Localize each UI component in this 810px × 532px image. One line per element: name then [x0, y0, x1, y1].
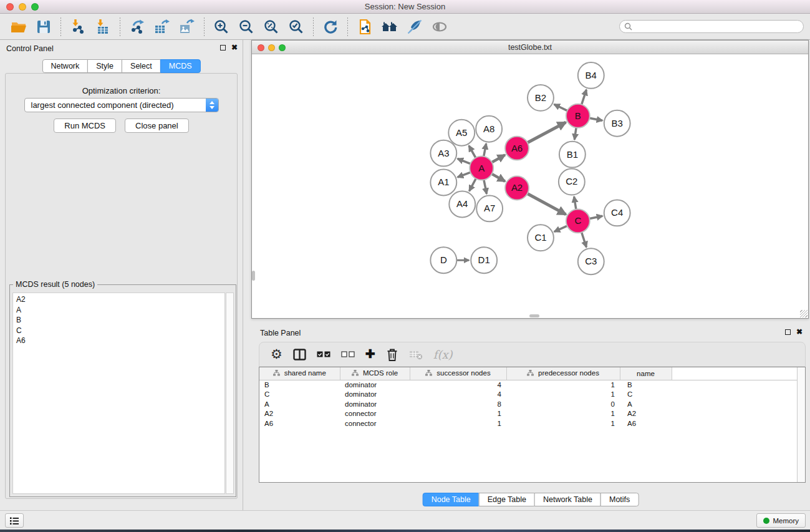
cell-MCDS-role[interactable]: dominator — [340, 380, 410, 390]
graph-edge-A-A3[interactable] — [458, 158, 472, 164]
zoom-fit-button[interactable] — [259, 16, 284, 38]
cell-predecessor-nodes[interactable]: 1 — [506, 418, 620, 428]
cell-successor-nodes[interactable]: 4 — [410, 380, 506, 390]
create-column-button[interactable]: ✚ — [365, 348, 375, 360]
cell-name[interactable]: A2 — [620, 409, 672, 419]
tab-network[interactable]: Network — [42, 59, 88, 73]
graph-node-A1[interactable]: A1 — [430, 170, 456, 196]
tab-edge-table[interactable]: Edge Table — [479, 493, 535, 506]
delete-column-button[interactable] — [386, 348, 398, 361]
cell-name[interactable]: B — [620, 380, 672, 390]
task-history-button[interactable] — [5, 513, 24, 528]
mcds-result-item[interactable]: A2 — [13, 294, 224, 305]
import-network-button[interactable] — [65, 16, 90, 38]
memory-button[interactable]: Memory — [756, 513, 806, 528]
cell-predecessor-nodes[interactable]: 1 — [506, 390, 620, 400]
graph-node-A8[interactable]: A8 — [476, 116, 502, 142]
zoom-out-button[interactable] — [234, 16, 259, 38]
select-all-columns-button[interactable] — [317, 351, 330, 357]
cell-MCDS-role[interactable]: connector — [340, 418, 410, 428]
save-session-button[interactable] — [31, 16, 56, 38]
graph-node-A5[interactable]: A5 — [448, 120, 475, 146]
starter-panel-button[interactable] — [377, 16, 402, 38]
cell-MCDS-role[interactable]: dominator — [340, 390, 410, 400]
float-panel-icon[interactable] — [220, 45, 226, 51]
table-row[interactable]: Bdominator41B — [259, 380, 806, 390]
criterion-select[interactable]: largest connected component (directed) — [24, 98, 219, 112]
close-table-panel-icon[interactable]: ✖ — [796, 329, 803, 335]
graph-edge-C-C1[interactable] — [554, 225, 569, 231]
graph-edge-A-A8[interactable] — [483, 143, 486, 158]
graph-node-D1[interactable]: D1 — [471, 247, 497, 273]
graph-node-B4[interactable]: B4 — [578, 62, 604, 89]
table-settings-button[interactable]: ⚙ — [271, 348, 282, 360]
graph-edge-A-A2[interactable] — [491, 173, 505, 181]
network-vertical-scrollbar[interactable] — [252, 271, 255, 281]
tab-network-table[interactable]: Network Table — [534, 493, 601, 506]
graph-node-B3[interactable]: B3 — [604, 110, 630, 137]
graph-node-B2[interactable]: B2 — [528, 85, 554, 111]
network-graph[interactable]: AA6A2BCA5A8A3A1A4A7B2B4B3B1C2C4C1C3DD1 — [252, 54, 808, 318]
cell-MCDS-role[interactable]: connector — [340, 409, 410, 419]
open-file-button[interactable] — [6, 16, 31, 38]
hide-annotations-button[interactable] — [402, 16, 427, 38]
cell-MCDS-role[interactable]: dominator — [340, 399, 410, 409]
graph-node-A2[interactable]: A2 — [505, 177, 529, 200]
table-row[interactable]: A6connector11A6 — [259, 418, 806, 428]
cell-shared-name[interactable]: C — [259, 390, 340, 400]
float-table-panel-icon[interactable] — [785, 329, 791, 335]
cell-shared-name[interactable]: A2 — [259, 409, 340, 419]
column-header-MCDS-role[interactable]: MCDS role — [340, 367, 410, 380]
graph-edge-A-A5[interactable] — [469, 146, 476, 159]
zoom-selected-button[interactable] — [284, 16, 309, 38]
graph-node-B[interactable]: B — [566, 104, 590, 128]
mcds-result-item[interactable]: A6 — [13, 336, 224, 346]
network-from-selection-button[interactable] — [352, 16, 377, 38]
graph-edge-C-C2[interactable] — [574, 196, 577, 210]
graph-node-D[interactable]: D — [430, 247, 456, 273]
function-builder-button[interactable]: f(x) — [433, 348, 453, 361]
tab-mcds[interactable]: MCDS — [160, 59, 201, 73]
graph-edge-A2-C[interactable] — [526, 193, 566, 215]
table-row[interactable]: Adominator80A — [259, 399, 806, 409]
tab-select[interactable]: Select — [122, 59, 161, 73]
graph-edge-C-C3[interactable] — [581, 231, 586, 248]
cell-predecessor-nodes[interactable]: 1 — [506, 409, 620, 419]
close-panel-button[interactable]: Close panel — [125, 118, 189, 133]
network-window-titlebar[interactable]: testGlobe.txt — [252, 41, 808, 54]
export-table-button[interactable] — [150, 16, 175, 38]
tab-style[interactable]: Style — [87, 59, 122, 73]
show-details-button[interactable] — [427, 16, 452, 38]
zoom-in-button[interactable] — [209, 16, 234, 38]
delete-table-button[interactable] — [409, 349, 423, 360]
cell-predecessor-nodes[interactable]: 1 — [506, 380, 620, 390]
graph-edge-A-A6[interactable] — [491, 155, 505, 163]
column-header-successor-nodes[interactable]: successor nodes — [410, 367, 506, 380]
graph-edge-B-B3[interactable] — [588, 118, 602, 120]
graph-edge-A-A7[interactable] — [484, 178, 487, 194]
show-columns-button[interactable] — [293, 349, 306, 360]
graph-node-C2[interactable]: C2 — [559, 169, 585, 195]
cell-successor-nodes[interactable]: 8 — [410, 399, 506, 409]
graph-node-C1[interactable]: C1 — [528, 225, 554, 251]
apply-layout-button[interactable] — [318, 16, 343, 38]
graph-node-C[interactable]: C — [566, 209, 590, 233]
tab-motifs[interactable]: Motifs — [600, 493, 639, 506]
table-scrollbar[interactable] — [797, 367, 805, 482]
cell-successor-nodes[interactable]: 4 — [410, 390, 506, 400]
import-table-button[interactable] — [90, 16, 115, 38]
graph-edge-C-C4[interactable] — [588, 216, 602, 219]
graph-edge-B-B4[interactable] — [581, 90, 586, 106]
unselect-all-columns-button[interactable] — [341, 351, 355, 357]
cell-shared-name[interactable]: A — [259, 399, 340, 409]
graph-node-A7[interactable]: A7 — [476, 195, 503, 221]
graph-node-C4[interactable]: C4 — [604, 200, 630, 226]
mcds-result-item[interactable]: A — [13, 305, 224, 316]
graph-edge-A6-B[interactable] — [526, 122, 566, 143]
column-header-predecessor-nodes[interactable]: predecessor nodes — [506, 367, 620, 380]
table-row[interactable]: Cdominator41C — [259, 390, 806, 400]
export-image-button[interactable] — [175, 16, 200, 38]
window-resize-grip[interactable] — [800, 310, 808, 317]
column-header-shared-name[interactable]: shared name — [259, 367, 340, 380]
cell-name[interactable]: A — [620, 399, 672, 409]
